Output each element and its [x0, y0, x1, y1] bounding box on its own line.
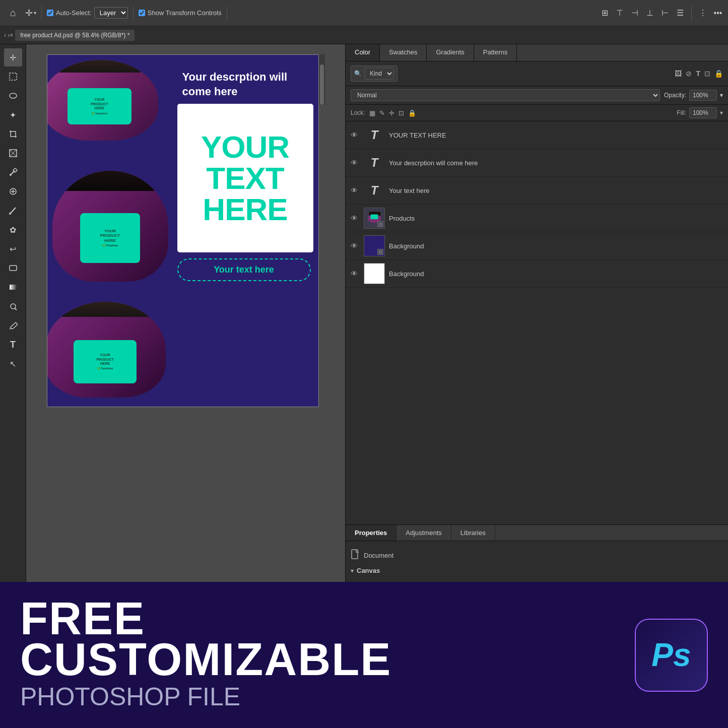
svg-point-11: [9, 213, 11, 215]
layer-item-background-1[interactable]: 👁 ⊡ Background: [346, 232, 728, 260]
layer-vis-icon-4[interactable]: 👁: [351, 214, 360, 222]
show-transform-checkbox[interactable]: [139, 10, 145, 16]
lock-row: Lock: ▦ ✎ ✛ ⊡ 🔒 Fill: ▾: [346, 105, 728, 121]
banner-customizable-text: CUSTOMIZABLE: [20, 639, 620, 680]
frame-tool[interactable]: [4, 144, 22, 162]
more-options-icon[interactable]: •••: [712, 7, 724, 19]
dodge-tool[interactable]: [4, 297, 22, 315]
path-selection-tool[interactable]: ↖: [4, 355, 22, 373]
move-tool-button[interactable]: ✛ ▾: [25, 8, 36, 19]
layer-vis-icon-1[interactable]: 👁: [351, 131, 360, 139]
layer-vis-icon-2[interactable]: 👁: [351, 159, 360, 167]
bottom-banner: FREE CUSTOMIZABLE PHOTOSHOP FILE Ps: [0, 582, 728, 728]
align-center-h-icon[interactable]: ⊤: [614, 7, 626, 19]
lock-pixels-icon[interactable]: ▦: [369, 109, 375, 117]
layer-vis-icon-3[interactable]: 👁: [351, 186, 360, 194]
banner-text: FREE CUSTOMIZABLE PHOTOSHOP FILE: [20, 599, 620, 711]
main-text-box: YOUR TEXT HERE: [177, 104, 313, 252]
blend-mode-select[interactable]: Normal: [351, 89, 660, 101]
home-button[interactable]: ⌂: [4, 4, 22, 22]
filter-type-icons: 🖼 ⊘ T ⊡ 🔒: [675, 70, 723, 78]
layers-panel[interactable]: 👁 T YOUR TEXT HERE 👁 T Your descrption w…: [346, 121, 728, 524]
scrollbar-thumb[interactable]: [320, 64, 324, 105]
layer-thumb-6: [364, 263, 385, 284]
history-brush-tool[interactable]: ↩: [4, 240, 22, 258]
align-bottom-icon[interactable]: ☰: [674, 7, 686, 19]
layer-item-your-text[interactable]: 👁 T Your text here: [346, 177, 728, 205]
pen-tool[interactable]: [4, 316, 22, 335]
adjustments-tab[interactable]: Adjustments: [396, 525, 451, 541]
layer-name-6: Background: [389, 270, 424, 278]
lock-position-icon[interactable]: ✎: [379, 109, 385, 117]
ps-logo-text: Ps: [651, 636, 691, 674]
layer-thumb-2: T: [364, 152, 385, 173]
photoshop-logo: Ps: [635, 619, 708, 692]
lock-label: Lock:: [351, 109, 365, 116]
properties-tab[interactable]: Properties: [346, 525, 396, 541]
layer-item-products[interactable]: 👁 ⊡ Products: [346, 205, 728, 232]
gradient-tool[interactable]: [4, 278, 22, 296]
document-tab[interactable]: free product Ad.psd @ 58.4% (RGB/8*) *: [15, 30, 135, 41]
color-tab[interactable]: Color: [346, 44, 380, 61]
brush-tool[interactable]: [4, 202, 22, 220]
panel-tabs: Color Swatches Gradients Patterns: [346, 44, 728, 61]
eraser-tool[interactable]: [4, 259, 22, 277]
align-center-v-icon[interactable]: ⊢: [659, 7, 671, 19]
distribute-icon[interactable]: ⋮: [697, 7, 709, 19]
main-text: YOUR TEXT HERE: [201, 131, 289, 225]
lock-all-icon[interactable]: ⊡: [399, 109, 404, 117]
align-left-icon[interactable]: ⊞: [599, 7, 611, 19]
filter-shape-icon[interactable]: ⊡: [704, 70, 710, 78]
auto-select-checkbox[interactable]: [47, 10, 53, 16]
magic-wand-tool[interactable]: ✦: [4, 106, 22, 124]
toolbar-separator-2: [133, 6, 134, 20]
filter-type-icon[interactable]: T: [696, 70, 700, 78]
move-icon: ✛: [25, 8, 33, 19]
lock-artboard-icon[interactable]: ✛: [389, 109, 394, 117]
marquee-tool[interactable]: [4, 68, 22, 86]
opacity-input[interactable]: [689, 90, 717, 101]
toolbar-separator-3: [227, 6, 227, 20]
layer-vis-icon-5[interactable]: 👁: [351, 242, 360, 250]
layer-item-description[interactable]: 👁 T Your descrption will come here: [346, 149, 728, 177]
kind-select[interactable]: Kind: [364, 68, 394, 80]
eyedropper-tool[interactable]: [4, 163, 22, 181]
tab-nav-left[interactable]: ‹ ›: [4, 32, 10, 39]
svg-rect-12: [10, 266, 17, 271]
type-tool[interactable]: T: [4, 336, 22, 354]
svg-rect-22: [364, 263, 384, 284]
fill-chevron-icon[interactable]: ▾: [720, 109, 723, 116]
move-tool[interactable]: ✛: [4, 48, 22, 67]
layer-vis-icon-6[interactable]: 👁: [351, 270, 360, 278]
lock-extra-icon[interactable]: 🔒: [408, 109, 416, 117]
document-canvas[interactable]: YOURPRODUCTHERE 🌿 Templates YOURPRODUCTH…: [47, 54, 319, 407]
description-text: Your descrption will come here: [182, 70, 313, 99]
collapse-icon[interactable]: ▾: [351, 567, 354, 574]
filter-pixel-icon[interactable]: 🖼: [675, 70, 682, 78]
opacity-chevron-icon[interactable]: ▾: [720, 92, 723, 99]
document-icon: [351, 549, 360, 561]
patterns-tab[interactable]: Patterns: [474, 44, 517, 61]
align-top-icon[interactable]: ⊥: [644, 7, 656, 19]
canvas-scrollbar[interactable]: [319, 54, 325, 105]
filter-smart-icon[interactable]: 🔒: [714, 70, 723, 78]
gradients-tab[interactable]: Gradients: [427, 44, 474, 61]
swatches-tab[interactable]: Swatches: [380, 44, 427, 61]
crop-tool[interactable]: [4, 125, 22, 143]
align-right-icon[interactable]: ⊣: [629, 7, 641, 19]
filter-adjustment-icon[interactable]: ⊘: [686, 70, 692, 78]
tab-close-button[interactable]: ×: [10, 32, 13, 39]
fill-input[interactable]: [689, 107, 717, 118]
layer-select[interactable]: Layer: [94, 7, 128, 19]
libraries-tab[interactable]: Libraries: [451, 525, 495, 541]
jar-top-label: YOURPRODUCTHERE 🌿 Templates: [68, 88, 131, 124]
layer-item-your-text-here[interactable]: 👁 T YOUR TEXT HERE: [346, 121, 728, 149]
healing-tool[interactable]: [4, 182, 22, 201]
toolbox: ✛ ✦ ✿ ↩: [0, 44, 26, 582]
layer-item-background-2[interactable]: 👁 Background: [346, 260, 728, 288]
main-area: ✛ ✦ ✿ ↩: [0, 44, 728, 582]
alignment-icons: ⊞ ⊤ ⊣ ⊥ ⊢ ☰ ⋮ •••: [599, 6, 724, 20]
clone-tool[interactable]: ✿: [4, 221, 22, 239]
products-layer: YOURPRODUCTHERE 🌿 Templates YOURPRODUCTH…: [47, 55, 178, 407]
lasso-tool[interactable]: [4, 87, 22, 105]
